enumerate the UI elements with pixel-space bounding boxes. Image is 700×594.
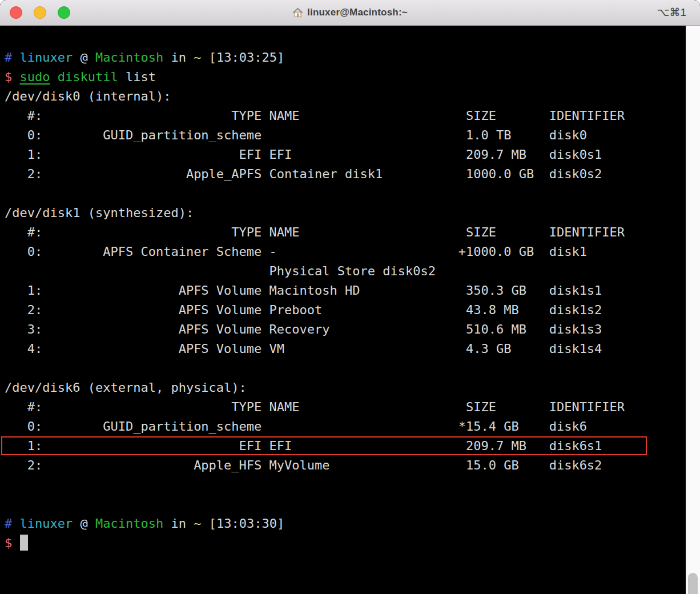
table-row: #: TYPE NAME SIZE IDENTIFIER	[5, 223, 700, 242]
home-icon	[292, 7, 303, 18]
prompt-line-2: # linuxer @ Macintosh in ~ [13:03:30]	[5, 514, 700, 533]
highlight-rectangle	[1, 436, 647, 455]
blank-line	[5, 184, 700, 203]
scrollbar-track[interactable]	[686, 26, 700, 594]
prompt-dollar: $	[5, 536, 12, 550]
prompt-host: Macintosh	[95, 516, 163, 531]
table-row: 1: APFS Volume Macintosh HD 350.3 GB dis…	[5, 281, 700, 300]
command-diskutil: diskutil	[58, 70, 118, 84]
table-row: 2: Apple_APFS Container disk1 1000.0 GB …	[5, 164, 700, 184]
prompt-at: @	[80, 516, 87, 531]
scrollbar-thumb[interactable]	[688, 573, 698, 594]
prompt-hash: #	[5, 516, 12, 531]
device-line: /dev/disk6 (external, physical):	[5, 378, 700, 398]
table-row: #: TYPE NAME SIZE IDENTIFIER	[5, 398, 700, 417]
prompt-host: Macintosh	[95, 50, 163, 65]
blank-line	[5, 495, 700, 514]
table-row: 4: APFS Volume VM 4.3 GB disk1s4	[5, 339, 700, 359]
table-row: 1: EFI EFI 209.7 MB disk0s1	[5, 145, 700, 164]
table-continuation-row: Physical Store disk0s2	[5, 262, 700, 281]
current-prompt-line: $	[5, 533, 700, 553]
device-line: /dev/disk0 (internal):	[5, 87, 700, 106]
window-title-group: linuxer@Macintosh:~	[292, 7, 408, 18]
prompt-in: in	[171, 516, 186, 531]
terminal-window: linuxer@Macintosh:~ ⌥⌘1 # linuxer @ Maci…	[0, 0, 700, 594]
terminal-cursor	[20, 535, 28, 551]
device-line: /dev/disk1 (synthesized):	[5, 203, 700, 223]
window-title: linuxer@Macintosh:~	[307, 7, 408, 18]
prompt-user: linuxer	[20, 50, 73, 65]
command-arg: list	[126, 70, 156, 84]
prompt-line-1: # linuxer @ Macintosh in ~ [13:03:25]	[5, 48, 700, 67]
prompt-at: @	[80, 50, 87, 65]
prompt-user: linuxer	[20, 516, 73, 531]
table-row: 2: Apple_HFS MyVolume 15.0 GB disk6s2	[5, 456, 700, 475]
prompt-path: ~	[194, 516, 201, 531]
blank-line	[5, 359, 700, 378]
title-bar[interactable]: linuxer@Macintosh:~ ⌥⌘1	[0, 0, 700, 26]
command-line: $ sudo diskutil list	[5, 67, 700, 87]
prompt-dollar: $	[5, 70, 12, 84]
prompt-path: ~	[194, 50, 201, 65]
prompt-time: [13:03:25]	[209, 50, 284, 65]
close-button[interactable]	[10, 6, 22, 19]
table-row: 2: APFS Volume Preboot 43.8 MB disk1s2	[5, 300, 700, 320]
command-sudo: sudo	[20, 70, 50, 84]
prompt-in: in	[171, 50, 186, 65]
table-row: 1: EFI EFI 209.7 MB disk6s1	[5, 436, 700, 456]
table-row: 0: APFS Container Scheme - +1000.0 GB di…	[5, 242, 700, 262]
table-row: 0: GUID_partition_scheme 1.0 TB disk0	[5, 126, 700, 145]
table-row: #: TYPE NAME SIZE IDENTIFIER	[5, 106, 700, 126]
window-shortcut-badge: ⌥⌘1	[657, 6, 686, 19]
diskutil-output: /dev/disk0 (internal): #: TYPE NAME SIZE…	[5, 87, 700, 514]
traffic-lights	[10, 6, 70, 19]
blank-line	[5, 475, 700, 495]
table-row: 0: GUID_partition_scheme *15.4 GB disk6	[5, 417, 700, 436]
minimize-button[interactable]	[34, 6, 46, 19]
zoom-button[interactable]	[58, 6, 70, 19]
table-row: 3: APFS Volume Recovery 510.6 MB disk1s3	[5, 320, 700, 339]
prompt-hash: #	[5, 50, 12, 65]
prompt-time: [13:03:30]	[209, 516, 284, 531]
terminal-screen[interactable]: # linuxer @ Macintosh in ~ [13:03:25] $ …	[0, 26, 700, 594]
